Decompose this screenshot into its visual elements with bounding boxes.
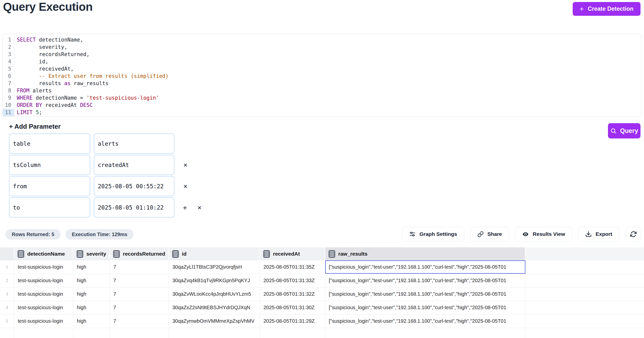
code-line: 10ORDER BY receivedAt DESC: [3, 102, 641, 109]
cell-id[interactable]: 30qaZyLl1TBtsC3P2QjvorqfjsH: [169, 260, 260, 274]
line-number: 5: [3, 65, 14, 73]
cell-severity[interactable]: high: [73, 274, 110, 287]
row-filler: [525, 328, 644, 338]
result-badges: Rows Returned: 5 Execution Time: 129ms: [6, 229, 134, 240]
cell-raw_results[interactable]: ["suspicious_login","test-user","192.168…: [325, 301, 525, 314]
column-icon: [263, 250, 270, 258]
cell-recordsReturned[interactable]: 7: [110, 301, 169, 314]
code-text: -- Extract user from results (simplified…: [14, 73, 169, 80]
share-button[interactable]: Share: [470, 227, 509, 241]
table-row: 1test-suspicious-loginhigh730qaZyLl1TBts…: [0, 260, 644, 274]
param-value-field[interactable]: [94, 197, 174, 218]
row-filler: [525, 314, 644, 328]
cell-severity[interactable]: high: [73, 260, 110, 274]
param-value-field[interactable]: [94, 176, 174, 196]
cell-severity[interactable]: high: [73, 314, 110, 328]
cell-severity[interactable]: high: [73, 301, 110, 314]
cell-id[interactable]: 30qaZvq4kB1qTvj9RKGpn5PqKYJ: [169, 274, 260, 287]
column-header-label: raw_results: [338, 251, 368, 257]
line-number: 11: [3, 109, 14, 116]
cell-detectionName[interactable]: test-suspicious-login: [14, 301, 73, 314]
refresh-button[interactable]: [625, 227, 641, 241]
cell-receivedAt[interactable]: 2025-08-05T01:31:32Z: [260, 287, 325, 301]
column-header-label: recordsReturned: [123, 251, 165, 257]
cell-recordsReturned[interactable]: 7: [110, 287, 169, 301]
link-icon: [477, 231, 484, 237]
cell-recordsReturned[interactable]: 7: [110, 260, 169, 274]
download-icon: [585, 231, 592, 237]
cell-empty: [260, 328, 325, 338]
table-body: 1test-suspicious-loginhigh730qaZyLl1TBts…: [0, 260, 644, 338]
table-header-row: detectionNameseverityrecordsReturnedidre…: [0, 247, 644, 260]
remove-parameter-button[interactable]: ×: [183, 161, 187, 169]
row-number-header: [0, 247, 14, 260]
cell-severity[interactable]: high: [73, 287, 110, 301]
param-value-field[interactable]: [94, 155, 174, 175]
results-view-label: Results View: [533, 231, 565, 237]
results-view-button[interactable]: Results View: [515, 227, 572, 241]
remove-parameter-button[interactable]: ×: [197, 204, 201, 211]
code-text: WHERE detectionName = 'test-suspicious-l…: [14, 94, 159, 102]
execution-time-badge: Execution Time: 129ms: [66, 229, 134, 240]
column-header-id[interactable]: id: [169, 247, 260, 260]
parameter-row: +×: [9, 197, 202, 218]
cell-raw_results[interactable]: ["suspicious_login","test-user","192.168…: [325, 314, 525, 328]
graph-settings-label: Graph Settings: [419, 231, 457, 237]
cell-id[interactable]: 30qaZymwbOmVMMmeXpZspVhMV: [169, 314, 260, 328]
line-number: 9: [3, 94, 14, 102]
code-line: 1SELECT detectionName,: [3, 36, 641, 44]
cell-id[interactable]: 30qaZxZ2sNt9tEBSJHYdrDQJXqN: [169, 301, 260, 314]
parameter-row: ×: [9, 176, 202, 196]
row-number: 5: [0, 314, 14, 328]
cell-recordsReturned[interactable]: 7: [110, 274, 169, 287]
code-text: SELECT detectionName,: [14, 36, 83, 44]
cell-receivedAt[interactable]: 2025-08-05T01:31:29Z: [260, 314, 325, 328]
line-number: 8: [3, 87, 14, 94]
column-icon: [18, 250, 24, 258]
param-value-field[interactable]: [94, 133, 174, 154]
code-text: LIMIT 5;: [14, 109, 42, 116]
add-parameter-inline-button[interactable]: +: [183, 204, 187, 211]
cell-raw_results[interactable]: ["suspicious_login","test-user","192.168…: [325, 287, 525, 301]
param-key-field[interactable]: [9, 197, 90, 218]
param-key-field[interactable]: [9, 176, 90, 196]
line-number: 6: [3, 73, 14, 80]
remove-parameter-button[interactable]: ×: [183, 182, 187, 190]
cell-recordsReturned[interactable]: 7: [110, 314, 169, 328]
cell-detectionName[interactable]: test-suspicious-login: [14, 260, 73, 274]
code-line: 5 receivedAt,: [3, 65, 641, 73]
cell-raw_results[interactable]: ["suspicious_login","test-user","192.168…: [325, 260, 525, 274]
create-detection-button[interactable]: + Create Detection: [573, 2, 640, 16]
column-header-recordsReturned[interactable]: recordsReturned: [110, 247, 169, 260]
param-key-field[interactable]: [9, 155, 90, 175]
column-header-label: receivedAt: [273, 251, 300, 257]
column-header-severity[interactable]: severity: [73, 247, 110, 260]
add-parameter-button[interactable]: + Add Parameter: [9, 123, 61, 130]
cell-receivedAt[interactable]: 2025-08-05T01:31:35Z: [260, 260, 325, 274]
cell-detectionName[interactable]: test-suspicious-login: [14, 314, 73, 328]
cell-receivedAt[interactable]: 2025-08-05T01:31:30Z: [260, 301, 325, 314]
cell-detectionName[interactable]: test-suspicious-login: [14, 287, 73, 301]
cell-detectionName[interactable]: test-suspicious-login: [14, 274, 73, 287]
cell-receivedAt[interactable]: 2025-08-05T01:31:33Z: [260, 274, 325, 287]
row-number: 2: [0, 274, 14, 287]
code-text: severity,: [14, 44, 67, 51]
line-number: 1: [3, 36, 14, 44]
results-table: detectionNameseverityrecordsReturnedidre…: [0, 247, 644, 338]
column-header-receivedAt[interactable]: receivedAt: [260, 247, 325, 260]
row-number: [0, 328, 14, 338]
column-header-detectionName[interactable]: detectionName: [14, 247, 73, 260]
cell-raw_results[interactable]: ["suspicious_login","test-user","192.168…: [325, 274, 525, 287]
eye-icon: [522, 231, 529, 238]
cell-id[interactable]: 30qaZvWLooKcc4pJrqbHUvYLzm5: [169, 287, 260, 301]
query-button[interactable]: Query: [608, 123, 640, 138]
param-key-field[interactable]: [9, 133, 90, 154]
line-number: 7: [3, 80, 14, 87]
plus-icon: +: [580, 6, 584, 13]
column-icon: [172, 250, 179, 258]
graph-settings-button[interactable]: Graph Settings: [402, 227, 464, 241]
sql-code-editor[interactable]: 1SELECT detectionName,2 severity,3 recor…: [3, 34, 641, 117]
code-line: 2 severity,: [3, 44, 641, 51]
column-header-raw_results[interactable]: raw_results: [325, 247, 525, 260]
export-button[interactable]: Export: [578, 227, 619, 241]
